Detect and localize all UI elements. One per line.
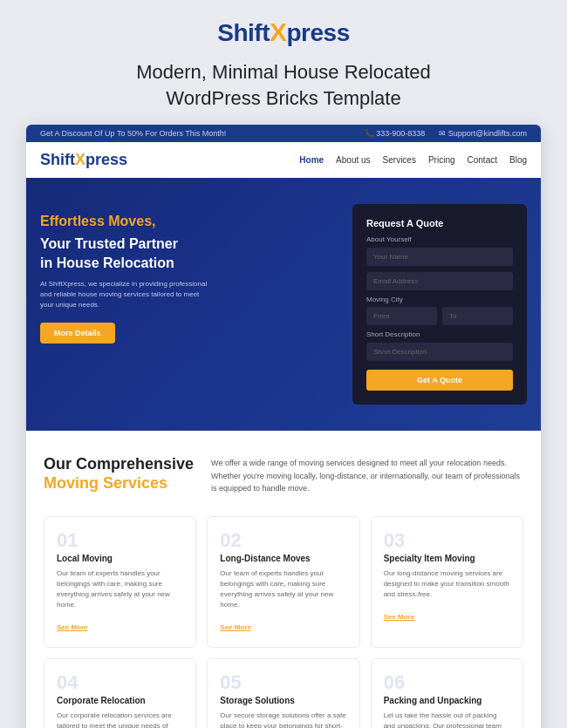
service-card-03: 03 Specialty Item Moving Our long-distan…	[371, 516, 523, 648]
service-num-03: 03	[384, 531, 510, 550]
service-name-04: Corporate Relocation	[57, 696, 183, 705]
brand-name-part1: Shift	[217, 19, 270, 46]
services-section: Our Comprehensive Moving Services We off…	[26, 431, 541, 728]
quote-from-input[interactable]	[366, 307, 437, 325]
hero-heading-main: Your Trusted Partnerin House Relocation	[40, 235, 338, 272]
service-num-01: 01	[57, 531, 183, 550]
top-bar: Get A Discount Of Up To 50% For Orders T…	[26, 125, 541, 142]
service-name-03: Specialty Item Moving	[384, 554, 510, 563]
nav-link-about[interactable]: About us	[336, 155, 370, 165]
nav-link-home[interactable]: Home	[299, 155, 324, 165]
service-desc-04: Our corporate relocation services are ta…	[57, 711, 183, 728]
site-mockup: Get A Discount Of Up To 50% For Orders T…	[26, 125, 541, 728]
quote-submit-button[interactable]: Get A Quote	[366, 370, 513, 391]
quote-to-input[interactable]	[442, 307, 513, 325]
nav-links: Home About us Services Pricing Contact B…	[299, 155, 527, 165]
service-desc-01: Our team of experts handles your belongi…	[57, 568, 183, 610]
tagline-block: Modern, Minimal House Relocated WordPres…	[26, 59, 541, 111]
hero-more-details-button[interactable]: More Details	[40, 323, 115, 344]
service-num-02: 02	[220, 531, 346, 550]
services-heading-block: Our Comprehensive Moving Services	[44, 455, 194, 494]
service-desc-05: Our secure storage solutions offer a saf…	[220, 711, 346, 728]
brand-name-part2: press	[287, 19, 350, 46]
service-desc-02: Our team of experts handles your belongi…	[220, 568, 346, 610]
quote-form: Request A Quote About Yourself Moving Ci…	[352, 204, 527, 405]
services-grid: 01 Local Moving Our team of experts hand…	[44, 516, 523, 728]
service-name-05: Storage Solutions	[220, 696, 346, 705]
brand-header: ShiftXpress	[26, 17, 541, 47]
nav-logo-part2: press	[85, 151, 127, 168]
nav-link-services[interactable]: Services	[383, 155, 416, 165]
brand-x-accent: X	[270, 17, 287, 46]
service-link-02[interactable]: See More	[220, 623, 251, 631]
nav-logo-part1: Shift	[40, 151, 75, 168]
quote-city-row	[366, 307, 513, 330]
top-bar-email: ✉ Support@kindlifts.com	[439, 129, 527, 138]
service-card-06: 06 Packing and Unpacking Let us take the…	[371, 658, 523, 728]
service-card-04: 04 Corporate Relocation Our corporate re…	[44, 658, 196, 728]
service-card-01: 01 Local Moving Our team of experts hand…	[44, 516, 196, 648]
nav-link-contact[interactable]: Contact	[468, 155, 497, 165]
service-desc-06: Let us take the hassle out of packing an…	[384, 711, 510, 728]
nav-logo-x: X	[75, 151, 85, 168]
quote-desc-input[interactable]	[366, 343, 513, 361]
service-name-01: Local Moving	[57, 554, 183, 563]
tagline-line1: Modern, Minimal House Relocated	[26, 59, 541, 85]
quote-email-input[interactable]	[366, 272, 513, 290]
services-top: Our Comprehensive Moving Services We off…	[44, 455, 523, 494]
tagline-line2: WordPress Bricks Template	[26, 85, 541, 112]
top-bar-promo: Get A Discount Of Up To 50% For Orders T…	[40, 129, 226, 138]
hero-heading-accent: Effortless Moves,	[40, 213, 338, 231]
hero-content: Effortless Moves, Your Trusted Partnerin…	[40, 204, 338, 405]
quote-city-label: Moving City	[366, 296, 513, 303]
services-title-line2: Moving Services	[44, 474, 194, 493]
service-num-04: 04	[57, 673, 183, 692]
services-description: We offer a wide range of moving services…	[211, 455, 523, 494]
page-wrapper: ShiftXpress Modern, Minimal House Reloca…	[0, 0, 567, 728]
service-link-01[interactable]: See More	[57, 623, 88, 631]
service-name-02: Long-Distance Moves	[220, 554, 346, 563]
quote-desc-label: Short Description	[366, 330, 513, 338]
service-link-03[interactable]: See More	[384, 613, 415, 621]
service-card-05: 05 Storage Solutions Our secure storage …	[207, 658, 359, 728]
nav-logo: ShiftXpress	[40, 151, 127, 169]
top-bar-phone: 📞 333-900-8338	[365, 129, 426, 138]
nav-link-blog[interactable]: Blog	[509, 155, 527, 165]
service-name-06: Packing and Unpacking	[384, 696, 510, 705]
brand-logo-top: ShiftXpress	[26, 17, 541, 47]
nav-link-pricing[interactable]: Pricing	[428, 155, 455, 165]
service-num-05: 05	[220, 673, 346, 692]
hero-section: Effortless Moves, Your Trusted Partnerin…	[26, 178, 541, 431]
service-desc-03: Our long-distance moving services are de…	[384, 568, 510, 600]
services-title-line1: Our Comprehensive	[44, 455, 194, 474]
quote-form-section-label: About Yourself	[366, 235, 513, 243]
hero-subtext: At ShiftXpress, we specialize in providi…	[40, 279, 215, 310]
service-card-02: 02 Long-Distance Moves Our team of exper…	[207, 516, 359, 648]
nav-bar: ShiftXpress Home About us Services Prici…	[26, 142, 541, 178]
top-bar-contacts: 📞 333-900-8338 ✉ Support@kindlifts.com	[365, 129, 527, 138]
quote-name-input[interactable]	[366, 248, 513, 266]
quote-form-title: Request A Quote	[366, 218, 513, 228]
service-num-06: 06	[384, 673, 510, 692]
